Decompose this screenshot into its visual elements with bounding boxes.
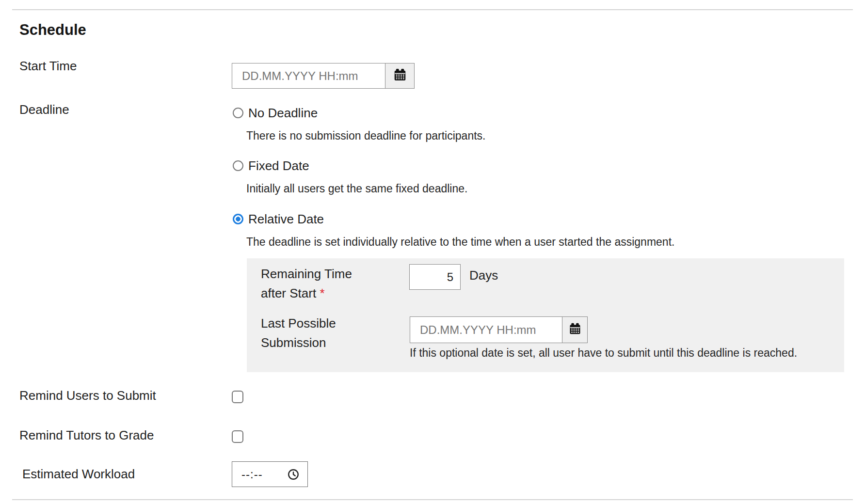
radio-no-deadline[interactable] <box>233 108 243 118</box>
deadline-label: Deadline <box>19 101 69 118</box>
calendar-icon <box>568 322 582 337</box>
last-submission-calendar-button[interactable] <box>562 317 587 343</box>
last-submission-input[interactable] <box>410 317 562 343</box>
estimated-workload-time-input[interactable]: --:-- <box>232 461 308 487</box>
remind-tutors-label: Remind Tutors to Grade <box>19 426 154 444</box>
top-divider <box>12 9 853 10</box>
schedule-settings-form: Schedule Start Time Deadline <box>0 0 865 504</box>
radio-fixed-date-label[interactable]: Fixed Date <box>248 158 309 174</box>
no-deadline-byline: There is no submission deadline for part… <box>246 128 485 143</box>
remind-tutors-checkbox[interactable] <box>232 430 243 443</box>
remaining-time-label-line2: after Start <box>261 286 316 300</box>
section-title: Schedule <box>19 21 86 39</box>
start-time-label: Start Time <box>19 57 77 75</box>
calendar-icon <box>393 68 407 84</box>
relative-date-panel: Remaining Time after Start * Days Last P… <box>247 258 844 372</box>
radio-relative-date[interactable] <box>233 214 243 224</box>
radio-relative-date-label[interactable]: Relative Date <box>248 211 324 227</box>
last-submission-label-line2: Submission <box>261 335 326 350</box>
remaining-days-input[interactable] <box>409 264 461 290</box>
radio-no-deadline-label[interactable]: No Deadline <box>248 105 318 121</box>
start-time-calendar-button[interactable] <box>385 63 414 88</box>
last-submission-byline: If this optional date is set, all user h… <box>410 346 797 360</box>
last-submission-label-line1: Last Possible <box>261 316 336 331</box>
relative-date-byline: The deadline is set individually relativ… <box>246 235 674 249</box>
clock-icon <box>287 468 307 481</box>
remind-users-label: Remind Users to Submit <box>19 387 156 404</box>
remind-users-checkbox[interactable] <box>232 391 243 403</box>
last-submission-input-group <box>410 316 588 343</box>
fixed-date-byline: Initially all users get the same fixed d… <box>246 181 467 196</box>
remaining-time-label: Remaining Time after Start * <box>261 264 352 303</box>
time-value[interactable]: --:-- <box>232 468 287 481</box>
remaining-time-label-line1: Remaining Time <box>261 267 352 281</box>
bottom-divider <box>12 499 853 500</box>
start-time-input[interactable] <box>232 63 385 88</box>
start-time-input-group <box>232 63 415 89</box>
estimated-workload-label: Estimated Workload <box>22 465 135 483</box>
last-submission-label: Last Possible Submission <box>261 314 336 352</box>
required-asterisk: * <box>320 286 324 300</box>
radio-fixed-date[interactable] <box>233 160 243 171</box>
days-unit-label: Days <box>469 268 498 283</box>
